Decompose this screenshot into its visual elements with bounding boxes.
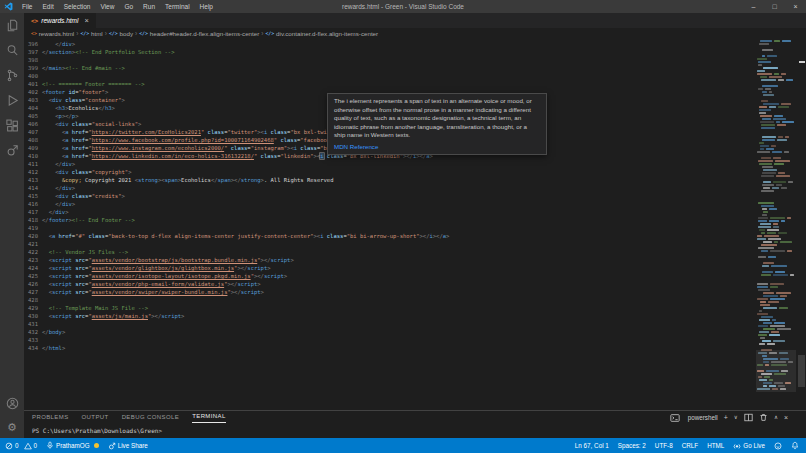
code-line-434[interactable]: 434</html> <box>24 344 756 352</box>
breadcrumb-item[interactable]: </>div.container.d-flex.align-items-cent… <box>265 30 378 37</box>
code-line-433[interactable]: 433 <box>24 336 756 344</box>
menu-selection[interactable]: Selection <box>59 0 96 13</box>
new-terminal-icon[interactable]: + <box>724 412 728 423</box>
code-line-413[interactable]: 413 &copy; Copyright 2021 <strong><span>… <box>24 176 756 184</box>
code-line-419[interactable]: 419 <box>24 224 756 232</box>
minimap-line <box>773 181 785 183</box>
panel-tab-output[interactable]: OUTPUT <box>82 412 109 423</box>
code-line-429[interactable]: 429 <!-- Template Main JS File --> <box>24 304 756 312</box>
code-token <box>42 113 55 119</box>
split-terminal-icon[interactable] <box>744 413 753 422</box>
cursor-position[interactable]: Ln 67, Col 1 <box>575 442 609 449</box>
minimap-line <box>773 157 781 159</box>
code-line-398[interactable]: 398 <box>24 56 756 64</box>
menu-view[interactable]: View <box>95 0 119 13</box>
code-line-396[interactable]: 396 </div> <box>24 40 756 48</box>
code-line-416[interactable]: 416 </div> <box>24 200 756 208</box>
minimize-icon[interactable]: – <box>743 0 764 13</box>
menu-run[interactable]: Run <box>138 0 160 13</box>
breadcrumb-item[interactable]: </>body <box>109 30 133 37</box>
code-line-401[interactable]: 401<!-- ======= Footer ======= --> <box>24 80 756 88</box>
minimap-line <box>762 118 771 120</box>
menu-terminal[interactable]: Terminal <box>160 0 195 13</box>
panel-tab-debug-console[interactable]: DEBUG CONSOLE <box>122 412 180 423</box>
code-token: class <box>271 129 288 135</box>
code-line-415[interactable]: 415 <div class="credits"> <box>24 192 756 200</box>
code-line-428[interactable]: 428 <box>24 296 756 304</box>
code-line-411[interactable]: 411 </div> <box>24 160 756 168</box>
code-line-432[interactable]: 432</body> <box>24 328 756 336</box>
account-status[interactable]: PrathamOG <box>46 441 99 450</box>
code-line-420[interactable]: 420 <a href="#" class="back-to-top d-fle… <box>24 232 756 240</box>
menu-go[interactable]: Go <box>119 0 138 13</box>
code-token <box>42 97 49 103</box>
account-icon[interactable] <box>5 396 20 411</box>
code-line-418[interactable]: 418</footer><!-- End Footer --> <box>24 216 756 224</box>
terminal-dropdown-icon[interactable]: ∨ <box>734 412 738 423</box>
code-line-421[interactable]: 421 <box>24 240 756 248</box>
line-number: 401 <box>24 80 38 88</box>
code-area[interactable]: 396 </div>397</section><!-- End Portfoli… <box>24 40 756 352</box>
scrollbar[interactable] <box>796 38 806 410</box>
code-line-417[interactable]: 417 </div> <box>24 208 756 216</box>
menu-edit[interactable]: Edit <box>37 0 58 13</box>
code-line-414[interactable]: 414 </div> <box>24 184 756 192</box>
code-token: script <box>52 257 72 263</box>
breadcrumb-item[interactable]: </>html <box>80 30 102 37</box>
line-number: 410 <box>24 152 38 160</box>
live-share-icon[interactable] <box>5 143 20 158</box>
settings-gear-icon[interactable]: ⚙ <box>7 421 17 433</box>
extensions-icon[interactable] <box>5 118 20 133</box>
code-line-426[interactable]: 426 <script src="assets/vendor/php-email… <box>24 280 756 288</box>
menu-file[interactable]: File <box>17 0 37 13</box>
tab-close-icon[interactable]: × <box>84 16 88 25</box>
feedback-smiley-icon[interactable] <box>774 442 782 450</box>
live-share-button[interactable]: Live Share <box>108 442 148 450</box>
minimap-line <box>758 88 763 90</box>
minimap-slider[interactable] <box>756 350 796 392</box>
line-number: 406 <box>24 120 38 128</box>
shell-selector[interactable]: powershell <box>688 414 718 421</box>
breadcrumb-item[interactable]: <>rewards.html <box>31 30 74 37</box>
code-token: div <box>62 161 72 167</box>
mdn-reference-link[interactable]: MDN Reference <box>334 143 540 150</box>
maximize-icon[interactable]: □ <box>764 0 785 13</box>
kill-terminal-trash-icon[interactable] <box>759 413 768 422</box>
panel-tab-terminal[interactable]: TERMINAL <box>192 411 226 423</box>
code-line-399[interactable]: 399</main><!-- End #main --> <box>24 64 756 72</box>
notifications-bell-icon[interactable] <box>791 441 799 450</box>
code-line-400[interactable]: 400 <box>24 72 756 80</box>
code-line-422[interactable]: 422 <!-- Vendor JS Files --> <box>24 248 756 256</box>
minimap-line <box>757 238 766 240</box>
code-line-424[interactable]: 424 <script src="assets/vendor/glightbox… <box>24 264 756 272</box>
code-line-423[interactable]: 423 <script src="assets/vendor/bootstrap… <box>24 256 756 264</box>
go-live-button[interactable]: Go Live <box>733 442 765 450</box>
code-line-427[interactable]: 427 <script src="assets/vendor/swiper/sw… <box>24 288 756 296</box>
code-token <box>42 121 55 127</box>
code-line-430[interactable]: 430 <script src="assets/js/main.js"></sc… <box>24 312 756 320</box>
close-panel-icon[interactable]: × <box>784 412 788 423</box>
explorer-icon[interactable] <box>5 18 20 33</box>
minimap[interactable] <box>756 38 796 392</box>
indentation[interactable]: Spaces: 2 <box>618 442 646 449</box>
code-line-425[interactable]: 425 <script src="assets/vendor/isotope-l… <box>24 272 756 280</box>
problems-status[interactable]: 0 0 <box>5 442 37 450</box>
encoding[interactable]: UTF-8 <box>655 442 673 449</box>
close-window-icon[interactable]: × <box>785 0 806 13</box>
source-control-icon[interactable] <box>5 68 20 83</box>
eol-sequence[interactable]: CRLF <box>682 442 698 449</box>
code-token: "linkedin" <box>280 153 313 159</box>
code-line-397[interactable]: 397</section><!-- End Portfolio Section … <box>24 48 756 56</box>
breadcrumb-item[interactable]: </>header#header.d-flex.align-items-cent… <box>139 30 259 37</box>
tab-rewards-html[interactable]: <> rewards.html × <box>24 13 96 28</box>
menu-help[interactable]: Help <box>195 0 218 13</box>
code-line-412[interactable]: 412 <div class="copyright"> <box>24 168 756 176</box>
terminal-prompt[interactable]: PS C:\Users\Pratham\Downloads\Green> <box>32 427 162 434</box>
maximize-panel-icon[interactable]: ∧ <box>774 412 778 423</box>
scrollbar-thumb[interactable] <box>798 355 805 387</box>
run-debug-icon[interactable] <box>5 93 20 108</box>
language-mode[interactable]: HTML <box>707 442 724 449</box>
panel-tab-problems[interactable]: PROBLEMS <box>32 412 69 423</box>
search-icon[interactable] <box>5 43 20 58</box>
code-line-431[interactable]: 431 <box>24 320 756 328</box>
